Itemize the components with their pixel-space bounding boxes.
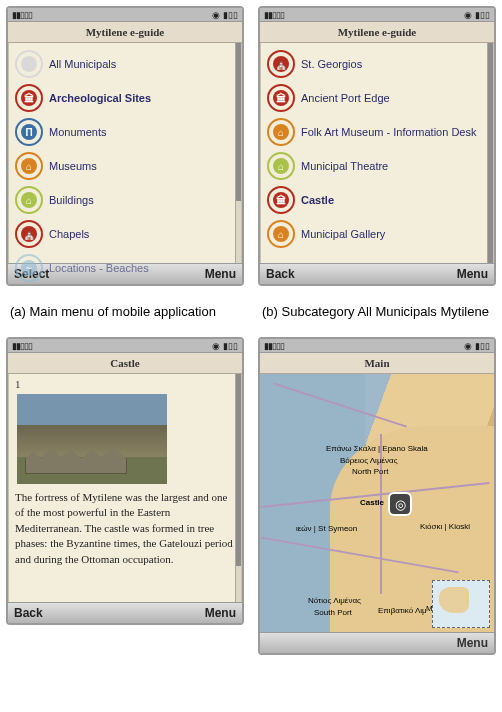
category-icon: Π [15, 118, 43, 146]
article-index: 1 [15, 378, 235, 390]
page-title: Main [260, 353, 494, 374]
signal-icon: ▮▮▯▯▯ [12, 10, 32, 20]
map-label: ιεών | St Symeon [296, 524, 357, 533]
castle-photo [17, 394, 167, 484]
list-item[interactable]: 🏛Ancient Port Edge [265, 81, 487, 115]
scrollbar[interactable] [487, 43, 493, 263]
softkey-right[interactable]: Menu [205, 606, 236, 620]
category-icon: ⌂ [267, 152, 295, 180]
list-item-label: Municipal Gallery [301, 228, 385, 240]
list-item[interactable]: ⛪St. Georgios [265, 47, 487, 81]
list-item-label: Monuments [49, 126, 106, 138]
page-title: Mytilene e-guide [260, 22, 494, 43]
list-item-label: Museums [49, 160, 97, 172]
signal-icon: ▮▮▯▯▯ [264, 341, 284, 351]
signal-icon: ▮▮▯▯▯ [264, 10, 284, 20]
list-item-label: Chapels [49, 228, 89, 240]
list-item-label: Folk Art Museum - Information Desk [301, 126, 476, 138]
battery-icon: ◉ ▮▯▯ [212, 10, 238, 20]
panel-article: ▮▮▯▯▯ ◉ ▮▯▯ Castle 1 The fortress of Myt… [6, 337, 244, 625]
list-item-label: Castle [301, 194, 334, 206]
map-marker-castle[interactable]: ◎ [388, 492, 412, 516]
map-label: Βόρειος Λιμένας [340, 456, 398, 465]
list-item[interactable]: All Municipals [13, 47, 235, 81]
list-item-label: St. Georgios [301, 58, 362, 70]
list-item-label: Buildings [49, 194, 94, 206]
list-item-label: Ancient Port Edge [301, 92, 390, 104]
list-item[interactable]: ⌂Folk Art Museum - Information Desk [265, 115, 487, 149]
list-item[interactable]: ⌂Municipal Gallery [265, 217, 487, 251]
list-item[interactable]: ~Locations - Beaches [13, 251, 235, 285]
map-canvas[interactable]: ◎ Castle Επάνω Σκάλα | Epano SkalaΒόρειο… [260, 374, 494, 632]
list-item[interactable]: ⌂Buildings [13, 183, 235, 217]
list-item[interactable]: ΠMonuments [13, 115, 235, 149]
list-item-label: All Municipals [49, 58, 116, 70]
page-title: Mytilene e-guide [8, 22, 242, 43]
map-inset[interactable] [432, 580, 490, 628]
category-icon: ⛪ [15, 220, 43, 248]
list-item[interactable]: 🏛Archeological Sites [13, 81, 235, 115]
list-item-label: Locations - Beaches [49, 262, 149, 274]
list-item-label: Archeological Sites [49, 92, 151, 104]
category-icon: 🏛 [15, 84, 43, 112]
caption-a: (a) Main menu of mobile application [6, 296, 244, 327]
map-marker-label: Castle [360, 498, 384, 507]
category-icon: ⌂ [15, 152, 43, 180]
category-icon: 🏛 [267, 84, 295, 112]
map-label: Επάνω Σκάλα | Epano Skala [326, 444, 428, 453]
map-label: Επιβατικό Λιμ [378, 606, 427, 615]
battery-icon: ◉ ▮▯▯ [212, 341, 238, 351]
category-icon: 🏛 [267, 186, 295, 214]
panel-main-menu: ▮▮▯▯▯ ◉ ▮▯▯ Mytilene e-guide All Municip… [6, 6, 244, 286]
softkey-right[interactable]: Menu [457, 267, 488, 281]
category-icon: ⛪ [267, 50, 295, 78]
category-icon: ⌂ [267, 118, 295, 146]
list-item[interactable]: ⌂Museums [13, 149, 235, 183]
map-label: South Port [314, 608, 352, 617]
status-bar: ▮▮▯▯▯ ◉ ▮▯▯ [260, 339, 494, 353]
softkey-left[interactable]: Back [266, 267, 295, 281]
page-title: Castle [8, 353, 242, 374]
panel-subcategory: ▮▮▯▯▯ ◉ ▮▯▯ Mytilene e-guide ⛪St. Georgi… [258, 6, 496, 286]
category-icon: ~ [15, 254, 43, 282]
scrollbar[interactable] [235, 43, 241, 263]
softkey-right[interactable]: Menu [457, 636, 488, 650]
battery-icon: ◉ ▮▯▯ [464, 341, 490, 351]
status-bar: ▮▮▯▯▯ ◉ ▮▯▯ [8, 339, 242, 353]
status-bar: ▮▮▯▯▯ ◉ ▮▯▯ [260, 8, 494, 22]
panel-map: ▮▮▯▯▯ ◉ ▮▯▯ Main ◎ Castle Επάνω Σκάλα | … [258, 337, 496, 655]
list-item[interactable]: 🏛Castle [265, 183, 487, 217]
map-label: Κιόσκι | Kioski [420, 522, 470, 531]
status-bar: ▮▮▯▯▯ ◉ ▮▯▯ [8, 8, 242, 22]
list-item-label: Municipal Theatre [301, 160, 388, 172]
map-label: North Port [352, 467, 388, 476]
category-icon: ⌂ [267, 220, 295, 248]
softkey-left[interactable]: Back [14, 606, 43, 620]
list-item[interactable]: ⌂Municipal Theatre [265, 149, 487, 183]
article-body: The fortress of Mytilene was the largest… [15, 490, 235, 567]
scrollbar[interactable] [235, 374, 241, 602]
battery-icon: ◉ ▮▯▯ [464, 10, 490, 20]
list-item[interactable]: ⛪Chapels [13, 217, 235, 251]
caption-b: (b) Subcategory All Municipals Mytilene [258, 296, 496, 327]
map-label: Νότιος Λιμένας [308, 596, 361, 605]
category-icon: ⌂ [15, 186, 43, 214]
signal-icon: ▮▮▯▯▯ [12, 341, 32, 351]
category-icon [15, 50, 43, 78]
